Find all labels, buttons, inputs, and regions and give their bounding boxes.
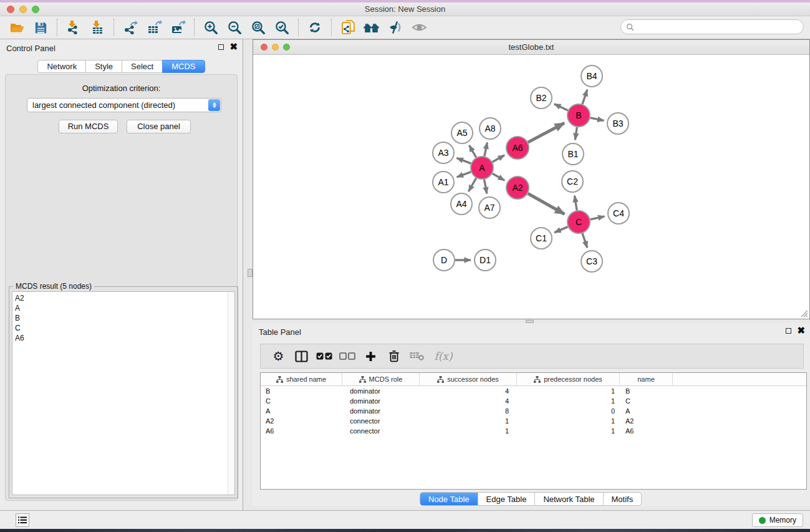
cell-mcds_role[interactable]: connector	[342, 426, 420, 436]
mcds-result-item[interactable]: A2	[15, 293, 234, 303]
edge-C-C1[interactable]	[554, 227, 568, 233]
vertical-splitter-handle[interactable]	[248, 269, 253, 277]
hide-graphics-details-button[interactable]	[383, 18, 407, 37]
float-table-panel-icon[interactable]	[786, 328, 791, 334]
edge-A-A4[interactable]	[468, 178, 476, 192]
close-panel-icon[interactable]: ✖	[229, 43, 238, 51]
node-A8[interactable]: A8	[480, 118, 501, 139]
node-C1[interactable]: C1	[531, 228, 552, 249]
optimization-criterion-select[interactable]: largest connected component (directed)	[27, 98, 221, 112]
import-network-button[interactable]	[62, 18, 85, 37]
cell-name[interactable]: A2	[620, 416, 673, 426]
import-table-button[interactable]	[85, 18, 109, 37]
edge-A-A8[interactable]	[485, 143, 488, 157]
function-builder-button[interactable]: f(x)	[428, 346, 458, 366]
edge-A2-C[interactable]	[528, 193, 565, 214]
edge-A-A6[interactable]	[493, 155, 505, 162]
node-B4[interactable]: B4	[581, 65, 602, 87]
column-header-name[interactable]: name	[620, 373, 673, 385]
add-column-button[interactable]	[359, 346, 382, 366]
delete-table-button[interactable]	[405, 346, 428, 366]
run-mcds-button[interactable]: Run MCDS	[59, 120, 118, 133]
cell-name[interactable]: A6	[620, 426, 673, 436]
cell-name[interactable]: A	[620, 406, 673, 416]
select-all-checkboxes-button[interactable]	[313, 346, 336, 366]
node-D1[interactable]: D1	[475, 249, 496, 271]
edge-A-A3[interactable]	[456, 158, 471, 163]
network-graph[interactable]: B4B2BB3A8A5A6A3B1AC2A1A2A4A7C4CC1C3DD1	[253, 55, 809, 319]
tab-motifs[interactable]: Motifs	[603, 493, 642, 505]
float-panel-icon[interactable]	[218, 44, 224, 50]
table-row[interactable]: Adominator80A	[261, 406, 806, 416]
cell-shared_name[interactable]: A6	[261, 426, 342, 436]
node-A7[interactable]: A7	[479, 197, 500, 218]
show-hide-panels-button[interactable]	[360, 18, 383, 37]
zoom-selected-button[interactable]	[270, 18, 294, 37]
export-network-button[interactable]	[118, 18, 142, 37]
table-row[interactable]: A2connector11A2	[261, 416, 806, 426]
edge-A-A1[interactable]	[457, 172, 471, 177]
edge-A-A5[interactable]	[469, 145, 476, 158]
refresh-layout-button[interactable]	[303, 18, 327, 37]
node-A2[interactable]: A2	[506, 177, 529, 199]
list-scrollbar[interactable]	[228, 292, 234, 495]
edge-B-B4[interactable]	[582, 90, 587, 104]
column-header-predecessor-nodes[interactable]: predecessor nodes	[517, 373, 620, 385]
cell-shared_name[interactable]: C	[261, 396, 342, 406]
cell-mcds_role[interactable]: dominator	[342, 406, 420, 416]
edge-A-A2[interactable]	[493, 173, 505, 180]
cell-successor_nodes[interactable]: 4	[420, 386, 517, 396]
export-table-button[interactable]	[142, 18, 166, 37]
edge-B-B1[interactable]	[575, 127, 577, 140]
cell-name[interactable]: C	[620, 396, 673, 406]
deselect-all-checkboxes-button[interactable]	[336, 346, 359, 366]
cell-mcds_role[interactable]: connector	[342, 416, 420, 426]
cell-successor_nodes[interactable]: 8	[420, 406, 517, 416]
node-A4[interactable]: A4	[451, 193, 472, 215]
edge-C-C4[interactable]	[591, 216, 605, 220]
mcds-result-item[interactable]: A	[15, 303, 234, 313]
show-graphics-details-button[interactable]	[407, 18, 431, 37]
node-D[interactable]: D	[433, 249, 455, 271]
tab-network-table[interactable]: Network Table	[534, 493, 602, 505]
cell-predecessor_nodes[interactable]: 1	[517, 416, 620, 426]
tab-select[interactable]: Select	[122, 60, 163, 73]
node-C2[interactable]: C2	[562, 171, 583, 192]
tab-mcds[interactable]: MCDS	[162, 60, 205, 73]
node-A1[interactable]: A1	[433, 172, 454, 193]
export-image-button[interactable]	[166, 18, 190, 37]
open-session-button[interactable]	[5, 18, 29, 37]
table-row[interactable]: Cdominator41C	[261, 396, 806, 406]
cell-predecessor_nodes[interactable]: 1	[517, 426, 620, 436]
search-field[interactable]	[620, 19, 804, 34]
zoom-in-button[interactable]	[199, 18, 223, 37]
close-panel-button[interactable]: Close panel	[127, 120, 191, 133]
resize-grip-icon[interactable]	[799, 309, 808, 317]
node-C[interactable]: C	[567, 211, 590, 233]
tab-style[interactable]: Style	[85, 60, 122, 73]
node-C4[interactable]: C4	[608, 203, 629, 224]
node-A5[interactable]: A5	[451, 122, 473, 143]
cell-predecessor_nodes[interactable]: 1	[517, 386, 620, 396]
node-B[interactable]: B	[567, 104, 590, 127]
tab-network[interactable]: Network	[37, 60, 86, 73]
node-A[interactable]: A	[471, 157, 493, 179]
cell-shared_name[interactable]: B	[261, 386, 342, 396]
tab-edge-table[interactable]: Edge Table	[478, 493, 535, 505]
cell-mcds_role[interactable]: dominator	[342, 396, 420, 406]
cell-name[interactable]: B	[620, 386, 673, 396]
node-B3[interactable]: B3	[607, 113, 629, 134]
edge-C-C3[interactable]	[582, 233, 587, 248]
table-row[interactable]: A6connector11A6	[261, 426, 806, 436]
node-A3[interactable]: A3	[433, 142, 454, 163]
close-table-panel-icon[interactable]: ✖	[797, 327, 805, 334]
node-B2[interactable]: B2	[531, 87, 552, 109]
column-header-successor-nodes[interactable]: successor nodes	[420, 373, 517, 385]
node-A6[interactable]: A6	[506, 137, 529, 159]
node-C3[interactable]: C3	[581, 251, 602, 272]
column-header-shared-name[interactable]: shared name	[261, 373, 342, 385]
cell-successor_nodes[interactable]: 4	[420, 396, 517, 406]
cell-shared_name[interactable]: A2	[261, 416, 342, 426]
edge-B-B2[interactable]	[554, 104, 568, 110]
node-B1[interactable]: B1	[562, 143, 584, 165]
